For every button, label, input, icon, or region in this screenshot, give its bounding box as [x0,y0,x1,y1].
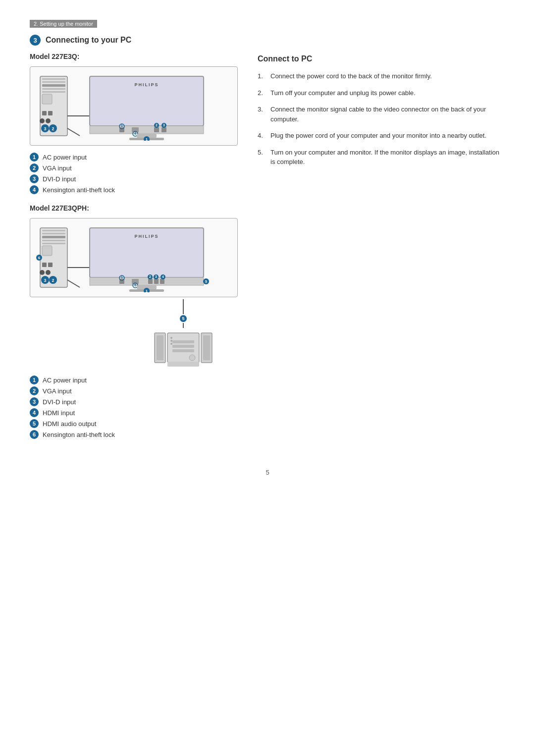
connect-step-2: 2. Turn off your computer and unplug its… [258,88,505,98]
svg-line-16 [67,128,80,136]
svg-rect-40 [42,240,65,241]
model2-legend: 1 AC power input 2 VGA input 3 DVI-D inp… [30,376,238,439]
step-circle: 3 [30,35,41,46]
svg-rect-42 [42,246,52,256]
model2-legend-item-2: 2 VGA input [30,386,238,395]
model2-legend-item-1: 1 AC power input [30,376,238,384]
svg-text:2: 2 [52,278,54,283]
svg-rect-41 [42,243,65,244]
svg-text:3: 3 [44,126,46,131]
svg-point-45 [40,270,45,275]
model2-legend-item-3: 3 DVI-D input [30,397,238,406]
svg-text:3: 3 [163,123,165,127]
svg-point-87 [189,355,195,361]
svg-rect-82 [203,335,210,360]
connect-to-pc-title: Connect to PC [258,54,505,63]
connecting-title: Connecting to your PC [46,36,131,45]
svg-rect-1 [42,78,65,80]
svg-text:6: 6 [38,256,41,260]
svg-line-54 [67,280,80,287]
svg-text:5: 5 [205,279,208,284]
svg-rect-5 [42,91,65,93]
connect-step-4: 4. Plug the power cord of your computer … [258,131,505,141]
model2-label: Model 227E3QPH: [30,204,238,212]
model1-diagram: 3 2 PHILIPS 1 [30,66,238,146]
svg-text:2: 2 [156,123,158,127]
connect-step-3: 3. Connect the monitor signal cable to t… [258,105,505,124]
section-tab: 2. Setting up the monitor [30,20,97,28]
svg-rect-63 [160,279,164,284]
svg-text:4: 4 [134,132,136,135]
page-number: 5 [30,469,505,476]
model2-legend-item-6: 6 Kensington anti-theft lock [30,430,238,439]
svg-point-10 [46,118,51,123]
svg-text:3: 3 [44,278,46,283]
section-header: 3 Connecting to your PC [30,35,238,46]
svg-rect-80 [157,335,163,360]
model2-subwoofer-diagram: 5 [129,299,238,368]
model1-label: Model 227E3Q: [30,53,238,60]
connect-step-1: 1. Connect the power cord to the back of… [258,71,505,81]
svg-rect-23 [154,127,159,132]
svg-rect-19 [90,126,204,134]
legend-item-1: 1 AC power input [30,153,238,162]
svg-point-9 [40,118,45,123]
model2-diagram: 3 2 6 PHILIPS 1 [30,218,238,297]
connect-step-5: 5. Turn on your computer and monitor. If… [258,148,505,167]
legend-item-4: 4 Kensington anti-theft lock [30,185,238,194]
svg-rect-38 [42,233,65,234]
svg-text:PHILIPS: PHILIPS [134,234,159,239]
svg-rect-7 [42,111,47,115]
svg-text:4: 4 [162,275,164,278]
svg-text:5: 5 [134,283,136,287]
svg-rect-44 [48,263,53,267]
svg-rect-6 [42,94,52,104]
legend-item-3: 3 DVI-D input [30,174,238,183]
svg-text:1: 1 [121,275,123,279]
svg-rect-39 [42,236,65,238]
svg-text:1: 1 [121,124,123,127]
legend-item-2: 2 VGA input [30,163,238,172]
svg-text:2: 2 [149,275,151,278]
svg-point-46 [46,270,51,275]
svg-rect-4 [42,88,65,90]
svg-rect-84 [172,340,194,343]
svg-rect-61 [148,279,153,284]
model2-legend-item-4: 4 HDMI input [30,408,238,417]
svg-rect-8 [48,111,53,115]
svg-rect-86 [172,349,194,352]
svg-text:3: 3 [155,275,157,278]
svg-rect-62 [154,279,159,284]
svg-rect-3 [42,84,65,87]
svg-text:1: 1 [146,137,148,141]
svg-point-89 [170,337,172,339]
svg-text:1: 1 [146,289,148,292]
svg-rect-2 [42,81,65,83]
svg-point-91 [170,343,172,345]
model1-legend: 1 AC power input 2 VGA input 3 DVI-D inp… [30,153,238,194]
svg-rect-88 [167,362,199,367]
svg-rect-57 [90,277,204,285]
model2-legend-item-5: 5 HDMI audio output [30,419,238,428]
svg-rect-24 [161,127,166,132]
svg-point-90 [170,340,172,342]
svg-rect-85 [172,345,194,348]
connect-steps: 1. Connect the power cord to the back of… [258,71,505,167]
svg-text:PHILIPS: PHILIPS [134,82,159,87]
svg-rect-37 [42,230,65,231]
svg-rect-43 [42,263,47,267]
svg-text:2: 2 [52,126,54,131]
